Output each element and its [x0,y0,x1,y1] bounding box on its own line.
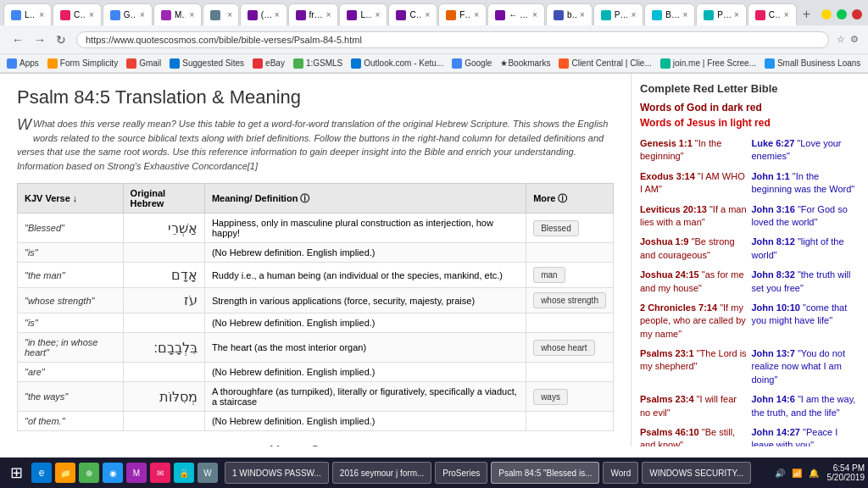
table-row: "is"(No Hebrew definition. English impli… [18,313,614,333]
more-cell: man [526,263,614,288]
page-title: Psalm 84:5 Translation & Meaning [17,86,614,108]
tab-2[interactable]: Call...× [53,3,102,25]
taskbar-system-icons: e 📁 ⊕ ◉ M ✉ 🔒 W [30,463,220,483]
sidebar-ref[interactable]: 2 Chronicles 7:14 [640,302,720,313]
taskbar-app-item[interactable]: 2016 seymour j form... [332,462,431,484]
taskbar-app-item[interactable]: 1 WINDOWS PASSW... [225,462,329,484]
taskbar-app7-icon[interactable]: 🔒 [174,463,194,483]
address-bar[interactable]: https://www.quotescosmos.com/bible/bible… [76,31,829,48]
hebrew-cell [123,243,204,263]
bm-gsmls[interactable]: 1:GSMLS [293,58,342,69]
tab-5[interactable]: ×× [203,3,239,25]
sidebar-ref[interactable]: Joshua 24:15 [640,269,702,280]
meaning-cell: Happiness, only in masculine plural cons… [204,214,526,243]
tab-14[interactable]: Bing...× [644,3,695,25]
table-row: "the man"אָדָםRuddy i.e., a human being … [18,263,614,288]
kjv-verse-cell: "whose strength" [18,288,124,313]
col-kjv-verse: KJV Verse ↓ [18,184,124,214]
tab-9[interactable]: Cell...× [388,3,437,25]
more-button[interactable]: whose heart [533,340,594,356]
tab-7[interactable]: from...× [288,3,339,25]
bm-client-central[interactable]: Client Central | Clie... [559,58,651,69]
kjv-verse-cell: "are" [18,363,124,382]
more-cell [526,313,614,333]
tab-13[interactable]: Psal...× [593,3,644,25]
sidebar-verse-ref[interactable]: John 10:10 [752,302,804,313]
maximize-button[interactable] [837,9,847,19]
sidebar-ref[interactable]: Leviticus 20:13 [640,204,709,214]
sidebar-ref[interactable]: Joshua 1:9 [640,236,692,247]
clock-date: 5/20/2019 [827,473,865,482]
tab-3[interactable]: Goo...× [103,3,153,25]
bm-form-simplicity[interactable]: Form Simplicity [47,58,118,69]
more-button[interactable]: ways [533,389,568,405]
taskbar-app8-icon[interactable]: W [198,463,218,483]
tab-bar: Loc...× Call...× Goo...× Mer...× ×× (72.… [0,0,868,25]
more-button[interactable]: whose strength [533,292,606,308]
sidebar-ref[interactable]: Psalms 23:4 [640,394,697,404]
taskbar-folder-icon[interactable]: 📁 [55,463,75,483]
bm-suggested[interactable]: Suggested Sites [170,58,244,69]
tab-4[interactable]: Mer...× [153,3,202,25]
kjv-verse-cell: "of them." [18,412,124,431]
sidebar-entry: Genesis 1:1 "In the beginning"Luke 6:27 … [640,137,860,164]
sidebar: Complete Red Letter Bible Words of God i… [631,74,868,446]
table-row: "the ways"מְסִלּוֹתA thoroughfare (as tu… [18,382,614,412]
back-button[interactable]: ← [7,31,29,48]
bm-apps[interactable]: Apps [7,58,39,69]
tab-6[interactable]: (72...× [240,3,287,25]
star-icon[interactable]: ☆ [837,34,845,45]
minimize-button[interactable] [821,9,832,19]
table-row: "are"(No Hebrew definition. English impl… [18,363,614,382]
taskbar-app-item[interactable]: WINDOWS SECURITY... [642,462,751,484]
taskbar-app6-icon[interactable]: ✉ [150,463,170,483]
tab-16[interactable]: Call...× [748,3,797,25]
more-button[interactable]: man [533,267,565,283]
sidebar-entry: Leviticus 20:13 "If a man lies with a ma… [640,203,860,230]
sidebar-verse-ref[interactable]: John 13:7 [752,348,798,358]
sidebar-verse-ref[interactable]: John 1:1 [752,171,793,181]
sidebar-ref[interactable]: Exodus 3:14 [640,171,698,181]
taskbar-volume-icon: 📶 [792,469,802,478]
sidebar-verse-ref[interactable]: John 14:6 [752,394,798,404]
bm-outlook[interactable]: Outlook.com - Ketu... [351,58,443,69]
more-button[interactable]: Blessed [533,220,579,236]
tab-10[interactable]: Fini...× [438,3,487,25]
more-cell [526,363,614,382]
tab-12[interactable]: ble...× [546,3,593,25]
taskbar-app5-icon[interactable]: M [126,463,147,483]
forward-button[interactable]: → [29,31,51,48]
clock-time: 6:54 PM [827,463,865,473]
taskbar-app3-icon[interactable]: ⊕ [79,463,99,483]
tab-8[interactable]: LOI...× [339,3,387,25]
tab-11[interactable]: ← Cell...× [487,3,545,25]
sidebar-verse-ref[interactable]: John 8:32 [752,269,798,280]
refresh-button[interactable]: ↻ [51,31,71,48]
sidebar-verse-ref[interactable]: John 8:12 [752,236,798,247]
sidebar-ref[interactable]: Psalms 46:10 [640,427,702,437]
sidebar-verse-ref[interactable]: John 14:27 [752,427,804,437]
bm-joinme[interactable]: join.me | Free Scree... [660,58,756,69]
taskbar-app4-icon[interactable]: ◉ [103,463,123,483]
start-button[interactable]: ⊞ [3,463,30,482]
sidebar-verse-ref[interactable]: John 3:16 [752,204,798,214]
settings-icon[interactable]: ⚙ [850,34,859,45]
hebrew-cell: עֹז [123,288,204,313]
bm-google[interactable]: Google [452,58,492,69]
table-row: "is"(No Hebrew definition. English impli… [18,243,614,263]
sidebar-verse-ref[interactable]: Luke 6:27 [752,138,798,148]
taskbar-ie-icon[interactable]: e [31,463,52,483]
bm-gmail[interactable]: Gmail [126,58,161,69]
tab-15-active[interactable]: Psal...× [696,3,747,25]
bm-ebay[interactable]: eBay [253,58,285,69]
bm-small-business[interactable]: Small Business Loans [765,58,860,69]
tab-1[interactable]: Loc...× [3,3,52,25]
sidebar-ref[interactable]: Psalms 23:1 [640,348,697,358]
taskbar-app-item[interactable]: ProSeries [435,462,487,484]
new-tab-button[interactable]: + [798,7,815,22]
sidebar-ref[interactable]: Genesis 1:1 [640,138,695,148]
taskbar-app-item[interactable]: Word [603,462,638,484]
bm-bookmarks[interactable]: ★Bookmarks [500,58,550,68]
close-button[interactable] [852,9,862,19]
taskbar-app-item[interactable]: Psalm 84:5 "Blessed is... [491,462,599,484]
